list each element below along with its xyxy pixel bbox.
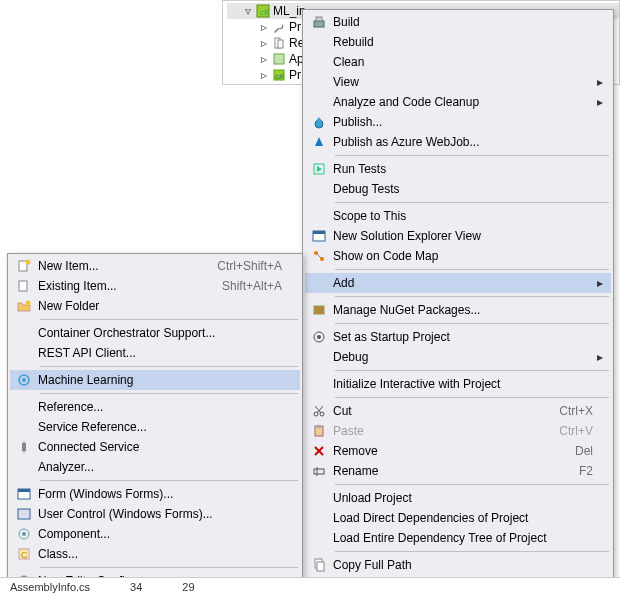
menu-item-load-direct-dependencies-of-project[interactable]: Load Direct Dependencies of Project bbox=[305, 508, 611, 528]
menu-item-label: Publish... bbox=[333, 115, 593, 129]
menu-item-clean[interactable]: Clean bbox=[305, 52, 611, 72]
menu-item-debug[interactable]: Debug▸ bbox=[305, 347, 611, 367]
menu-item-debug-tests[interactable]: Debug Tests bbox=[305, 179, 611, 199]
nuget-icon bbox=[305, 300, 333, 320]
svg-rect-31 bbox=[317, 562, 324, 571]
menu-gutter bbox=[10, 397, 38, 417]
menu-gutter bbox=[10, 323, 38, 343]
menu-item-shortcut: Ctrl+Shift+A bbox=[217, 259, 282, 273]
menu-item-connected-service[interactable]: Connected Service bbox=[10, 437, 300, 457]
menu-item-label: New Folder bbox=[38, 299, 282, 313]
menu-item-form-windows-forms[interactable]: Form (Windows Forms)... bbox=[10, 484, 300, 504]
menu-item-remove[interactable]: RemoveDel bbox=[305, 441, 611, 461]
svg-rect-4 bbox=[274, 54, 284, 64]
connected-svc-icon bbox=[10, 437, 38, 457]
menu-item-label: Analyze and Code Cleanup bbox=[333, 95, 593, 109]
menu-item-rest-api-client[interactable]: REST API Client... bbox=[10, 343, 300, 363]
menu-item-label: Machine Learning bbox=[38, 373, 282, 387]
menu-item-rename[interactable]: RenameF2 bbox=[305, 461, 611, 481]
menu-item-analyzer[interactable]: Analyzer... bbox=[10, 457, 300, 477]
menu-item-service-reference[interactable]: Service Reference... bbox=[10, 417, 300, 437]
menu-item-label: Unload Project bbox=[333, 491, 593, 505]
menu-item-publish[interactable]: Publish... bbox=[305, 112, 611, 132]
expander-icon[interactable]: ▹ bbox=[259, 38, 269, 48]
menu-item-new-folder[interactable]: New Folder bbox=[10, 296, 300, 316]
svg-text:C: C bbox=[21, 550, 28, 560]
menu-item-container-orchestrator-support[interactable]: Container Orchestrator Support... bbox=[10, 323, 300, 343]
expander-icon[interactable]: ▹ bbox=[259, 70, 269, 80]
menu-item-view[interactable]: View▸ bbox=[305, 72, 611, 92]
menu-item-set-as-startup-project[interactable]: Set as Startup Project bbox=[305, 327, 611, 347]
build-icon bbox=[305, 12, 333, 32]
menu-item-label: Remove bbox=[333, 444, 563, 458]
user-control-icon bbox=[10, 504, 38, 524]
menu-item-component[interactable]: Component... bbox=[10, 524, 300, 544]
menu-item-reference[interactable]: Reference... bbox=[10, 397, 300, 417]
svg-text:c#: c# bbox=[260, 7, 269, 17]
svg-rect-28 bbox=[314, 469, 324, 474]
submenu-arrow-icon: ▸ bbox=[593, 350, 603, 364]
menu-item-analyze-and-code-cleanup[interactable]: Analyze and Code Cleanup▸ bbox=[305, 92, 611, 112]
expander-icon[interactable]: ▹ bbox=[259, 22, 269, 32]
svg-line-15 bbox=[317, 254, 321, 258]
menu-item-new-item[interactable]: New Item...Ctrl+Shift+A bbox=[10, 256, 300, 276]
component-icon bbox=[10, 524, 38, 544]
menu-item-cut[interactable]: CutCtrl+X bbox=[305, 401, 611, 421]
app-icon bbox=[271, 51, 287, 67]
menu-item-shortcut: Ctrl+V bbox=[559, 424, 593, 438]
menu-separator bbox=[335, 296, 609, 297]
menu-gutter bbox=[305, 92, 333, 112]
menu-item-label: Paste bbox=[333, 424, 547, 438]
menu-item-label: Cut bbox=[333, 404, 547, 418]
menu-item-build[interactable]: Build bbox=[305, 12, 611, 32]
menu-item-label: Scope to This bbox=[333, 209, 593, 223]
svg-rect-7 bbox=[314, 21, 324, 27]
menu-separator bbox=[40, 567, 298, 568]
menu-gutter bbox=[305, 347, 333, 367]
menu-item-label: Existing Item... bbox=[38, 279, 210, 293]
menu-item-label: Analyzer... bbox=[38, 460, 282, 474]
menu-item-publish-as-azure-webjob[interactable]: Publish as Azure WebJob... bbox=[305, 132, 611, 152]
expander-icon[interactable]: ▿ bbox=[243, 6, 253, 16]
menu-item-user-control-windows-forms[interactable]: User Control (Windows Forms)... bbox=[10, 504, 300, 524]
menu-item-label: Rename bbox=[333, 464, 567, 478]
menu-gutter bbox=[305, 32, 333, 52]
menu-item-copy-full-path[interactable]: Copy Full Path bbox=[305, 555, 611, 575]
menu-item-label: REST API Client... bbox=[38, 346, 282, 360]
menu-item-new-solution-explorer-view[interactable]: New Solution Explorer View bbox=[305, 226, 611, 246]
menu-item-shortcut: Shift+Alt+A bbox=[222, 279, 282, 293]
svg-rect-3 bbox=[278, 40, 283, 48]
menu-item-add[interactable]: Add▸ bbox=[305, 273, 611, 293]
add-submenu: New Item...Ctrl+Shift+AExisting Item...S… bbox=[7, 253, 303, 594]
svg-rect-38 bbox=[19, 281, 27, 291]
publish-icon bbox=[305, 112, 333, 132]
menu-item-run-tests[interactable]: Run Tests bbox=[305, 159, 611, 179]
menu-item-rebuild[interactable]: Rebuild bbox=[305, 32, 611, 52]
menu-item-load-entire-dependency-tree-of-project[interactable]: Load Entire Dependency Tree of Project bbox=[305, 528, 611, 548]
svg-point-41 bbox=[22, 378, 26, 382]
status-file: AssemblyInfo.cs bbox=[10, 581, 90, 593]
csharp-icon: c# bbox=[271, 67, 287, 83]
menu-item-label: Load Direct Dependencies of Project bbox=[333, 511, 593, 525]
menu-item-label: Load Entire Dependency Tree of Project bbox=[333, 531, 593, 545]
menu-item-label: Class... bbox=[38, 547, 282, 561]
menu-separator bbox=[40, 393, 298, 394]
status-line: 34 bbox=[130, 581, 142, 593]
menu-item-class[interactable]: CClass... bbox=[10, 544, 300, 564]
menu-item-label: Debug Tests bbox=[333, 182, 593, 196]
svg-rect-42 bbox=[22, 443, 26, 451]
svg-point-37 bbox=[26, 260, 31, 265]
menu-item-machine-learning[interactable]: Machine Learning bbox=[10, 370, 300, 390]
menu-item-shortcut: F2 bbox=[579, 464, 593, 478]
menu-item-unload-project[interactable]: Unload Project bbox=[305, 488, 611, 508]
menu-item-scope-to-this[interactable]: Scope to This bbox=[305, 206, 611, 226]
form-icon bbox=[10, 484, 38, 504]
menu-item-show-on-code-map[interactable]: Show on Code Map bbox=[305, 246, 611, 266]
menu-item-existing-item[interactable]: Existing Item...Shift+Alt+A bbox=[10, 276, 300, 296]
menu-gutter bbox=[305, 528, 333, 548]
menu-separator bbox=[335, 551, 609, 552]
expander-icon[interactable]: ▹ bbox=[259, 54, 269, 64]
menu-item-manage-nuget-packages[interactable]: Manage NuGet Packages... bbox=[305, 300, 611, 320]
menu-item-initialize-interactive-with-project[interactable]: Initialize Interactive with Project bbox=[305, 374, 611, 394]
menu-item-label: New Solution Explorer View bbox=[333, 229, 593, 243]
